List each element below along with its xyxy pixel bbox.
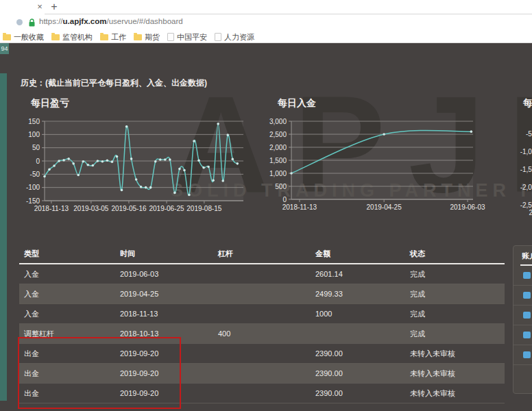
bookmark-item[interactable]: 一般收藏 (3, 32, 44, 42)
bookmark-item[interactable]: 人力资源 (215, 32, 254, 42)
account-panel-row (513, 306, 532, 325)
bookmark-label: 监管机构 (62, 32, 93, 42)
bookmark-item[interactable]: 工作 (100, 32, 126, 42)
address-bar[interactable]: https://u.apjfx.com/uservue/#/dashboard (39, 17, 183, 25)
cell-status: 未转入未审核 (405, 388, 505, 399)
svg-text:2,000: 2,000 (269, 144, 287, 151)
account-panel-row (513, 345, 532, 365)
daily-withdrawal-line-chart: 0-500-1,000-1,500-2,000-2,5002018-11-13 (511, 113, 532, 216)
svg-text:-150: -150 (26, 197, 40, 205)
account-panel-row (513, 286, 532, 306)
svg-text:2019-08-15: 2019-08-15 (186, 205, 222, 212)
svg-text:-1,000: -1,000 (520, 148, 532, 155)
bookmark-item[interactable]: 期货 (134, 32, 160, 42)
bookmarks-bar: 一般收藏监管机构工作期货中国平安人力资源 (3, 32, 254, 42)
account-action-icon[interactable] (523, 292, 531, 299)
cell-amount: 2601.14 (311, 270, 405, 278)
annotation-rectangle (18, 337, 181, 409)
svg-text:1,500: 1,500 (269, 157, 287, 164)
column-header: 状态 (405, 249, 505, 259)
account-panel: 账户 (513, 245, 532, 394)
svg-text:2018-11-13: 2018-11-13 (34, 205, 69, 212)
cell-status: 完成 (405, 309, 505, 319)
cell-status: 未转入未审核 (405, 369, 505, 379)
chart-title: 每日出金 (523, 97, 532, 110)
folder-icon (3, 34, 11, 40)
cell-amount: 2390.00 (311, 389, 405, 397)
folder-icon (51, 34, 60, 40)
daily-deposit-line-chart: 3,0002,5002,0001,5001,00050002018-11-132… (267, 116, 480, 219)
svg-text:2,500: 2,500 (269, 131, 287, 138)
cell-type: 入金 (19, 289, 115, 299)
chart-title: 每日入金 (278, 97, 480, 110)
bookmark-item[interactable]: 中国平安 (167, 32, 207, 42)
url-path: /uservue/#/dashboard (106, 17, 182, 25)
svg-text:-2,500: -2,500 (520, 201, 532, 209)
page-icon (215, 33, 221, 41)
table-header-row: 类型时间杠杆金额状态 (19, 245, 505, 262)
cell-status: 完成 (405, 329, 505, 339)
account-action-icon[interactable] (523, 312, 531, 319)
table-row: 入金2019-04-252499.33完成 (19, 284, 505, 304)
browser-chrome: × + https://u.apjfx.com/uservue/#/dashbo… (0, 0, 532, 43)
tab-close-icon[interactable]: × (34, 1, 45, 12)
page-icon (167, 33, 174, 41)
svg-text:-50: -50 (30, 171, 40, 178)
account-action-icon[interactable] (523, 351, 531, 358)
cell-amount: 1000 (311, 310, 405, 318)
account-action-icon[interactable] (523, 272, 531, 279)
column-header: 时间 (115, 249, 213, 259)
bookmark-label: 工作 (111, 32, 126, 42)
svg-text:2018-11-13: 2018-11-13 (282, 203, 317, 211)
column-header: 类型 (19, 249, 115, 259)
dashboard-content: 94 APJFX SOLID TRADING PARTNER IN ENGLAN… (0, 43, 532, 411)
table-row: 入金2018-11-131000完成 (19, 304, 505, 324)
svg-text:2019-04-25: 2019-04-25 (367, 203, 402, 211)
new-tab-button[interactable]: + (48, 1, 60, 13)
cell-type: 入金 (19, 269, 115, 279)
svg-text:2019-06-03: 2019-06-03 (450, 203, 485, 211)
svg-text:2018-11-13: 2018-11-13 (529, 209, 532, 216)
tabstrip-divider (45, 14, 532, 14)
cell-time: 2019-06-03 (115, 270, 213, 278)
table-row: 入金2019-06-032601.14完成 (19, 264, 505, 284)
bookmark-label: 一般收藏 (14, 32, 44, 42)
bookmark-item[interactable]: 监管机构 (51, 32, 93, 42)
cell-status: 未转入未审核 (405, 349, 505, 359)
browser-window: × + https://u.apjfx.com/uservue/#/dashbo… (0, 0, 532, 411)
cell-type: 入金 (19, 309, 115, 319)
bookmark-label: 期货 (145, 32, 160, 42)
svg-text:3,000: 3,000 (269, 118, 287, 125)
svg-text:0: 0 (282, 196, 287, 203)
svg-text:-2,000: -2,000 (520, 184, 532, 191)
cell-time: 2019-04-25 (115, 290, 213, 298)
cell-amount: 2499.33 (311, 290, 405, 298)
chart-title: 每日盈亏 (31, 97, 256, 110)
svg-text:0: 0 (36, 158, 40, 165)
svg-text:50: 50 (32, 144, 40, 151)
svg-text:2019-03-05: 2019-03-05 (73, 205, 109, 212)
history-section-title: 历史：(截止当前已平仓每日盈利、入金、出金数据) (21, 77, 207, 89)
svg-text:1,000: 1,000 (269, 170, 287, 177)
lock-icon[interactable] (28, 18, 36, 30)
svg-text:100: 100 (28, 131, 40, 138)
sidebar-strip (0, 73, 7, 401)
sidebar-badge: 94 (0, 43, 9, 54)
url-scheme: https:// (39, 17, 63, 25)
svg-text:-500: -500 (526, 130, 532, 138)
bookmark-label: 中国平安 (177, 32, 207, 42)
svg-text:-100: -100 (26, 184, 40, 191)
column-header: 杠杆 (213, 249, 311, 259)
daily-pnl-line-chart: 150100500-50-100-1502018-11-132019-03-05… (19, 116, 256, 219)
account-action-icon[interactable] (523, 332, 531, 338)
account-panel-row (513, 325, 532, 345)
cell-time: 2018-11-13 (115, 310, 213, 318)
column-header: 金额 (311, 249, 405, 259)
site-icon (16, 19, 23, 25)
cell-status: 完成 (405, 289, 505, 299)
svg-text:2019-05-16: 2019-05-16 (111, 205, 147, 212)
svg-text:500: 500 (275, 183, 287, 190)
url-host: u.apjfx.com (63, 17, 107, 25)
chart-daily-deposit: 每日入金 3,0002,5002,0001,5001,00050002018-1… (267, 95, 480, 219)
account-panel-title: 账户 (513, 246, 532, 261)
